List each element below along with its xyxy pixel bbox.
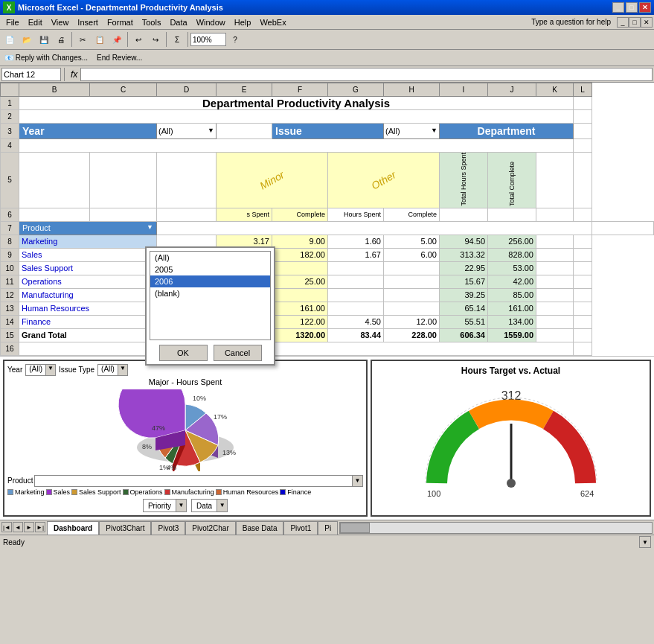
year-dropdown-arrow[interactable]: ▼ — [208, 127, 214, 134]
col-header-g[interactable]: G — [328, 83, 384, 97]
tab-prev-button[interactable]: ◄ — [13, 522, 23, 532]
priority-button[interactable]: Priority ▼ — [143, 499, 187, 512]
dropdown-list[interactable]: (All) 2005 2006 (blank) — [150, 251, 271, 340]
formula-input[interactable] — [80, 68, 653, 81]
sum-button[interactable]: Σ — [169, 31, 185, 48]
legend-hr-label: Human Resources — [223, 488, 279, 496]
row-num-10: 10 — [1, 261, 19, 275]
tab-pivot1[interactable]: Pivot1 — [283, 521, 318, 535]
save-button[interactable]: 💾 — [36, 31, 52, 48]
priority-arrow[interactable]: ▼ — [176, 500, 186, 511]
formula-divider — [64, 68, 65, 81]
help-button[interactable]: ? — [227, 31, 243, 48]
print-button[interactable]: 🖨 — [53, 31, 69, 48]
gauge-chart-panel: Hours Target vs. Actual 312 100 624 — [371, 360, 651, 517]
row-num-12: 12 — [1, 288, 19, 302]
cell-15g: 83.44 — [328, 328, 384, 342]
h-scrollbar[interactable] — [339, 522, 653, 534]
year-filter-cell[interactable]: (All) ▼ — [157, 124, 217, 139]
tab-dashboard[interactable]: Dashboard — [47, 521, 99, 535]
data-arrow[interactable]: ▼ — [217, 500, 227, 511]
cut-button[interactable]: ✂ — [74, 31, 91, 48]
col-header-e[interactable]: E — [217, 83, 272, 97]
legend-operations-label: Operations — [130, 488, 163, 496]
row-num-4: 4 — [1, 139, 19, 153]
name-box[interactable]: Chart 12 — [1, 68, 61, 81]
tab-pivot3chart[interactable]: Pivot3Chart — [99, 521, 151, 535]
undo-button[interactable]: ↩ — [130, 31, 147, 48]
issue-dropdown-arrow[interactable]: ▼ — [431, 127, 437, 134]
chart-issue-arrow[interactable]: ▼ — [118, 365, 127, 375]
tab-pivot3[interactable]: Pivot3 — [151, 521, 185, 535]
menu-webex[interactable]: WebEx — [255, 16, 290, 28]
dropdown-cancel-button[interactable]: Cancel — [214, 345, 262, 361]
gauge-svg: 312 100 624 — [396, 379, 626, 506]
product-dropdown-arrow[interactable]: ▼ — [147, 223, 153, 231]
tab-pivot2char[interactable]: Pivot2Char — [185, 521, 235, 535]
dropdown-ok-button[interactable]: OK — [159, 345, 208, 361]
dd-item-blank[interactable]: (blank) — [150, 287, 270, 299]
menu-window[interactable]: Window — [192, 16, 230, 28]
copy-button[interactable]: 📋 — [92, 31, 108, 48]
product-select-box[interactable]: ▼ — [34, 475, 363, 487]
zoom-box[interactable]: 100% — [190, 33, 226, 46]
legend-operations: Operations — [123, 488, 163, 496]
col-header-k[interactable]: K — [536, 83, 574, 97]
dd-item-2006[interactable]: 2006 — [150, 275, 270, 287]
chart-year-arrow[interactable]: ▼ — [45, 365, 55, 375]
chart-issue-filter[interactable]: (All) ▼ — [97, 364, 128, 376]
cell-8h: 5.00 — [384, 235, 440, 248]
minimize-button[interactable]: _ — [612, 2, 624, 13]
menu-tools[interactable]: Tools — [138, 16, 166, 28]
v-scrollbar-down[interactable]: ▼ — [639, 536, 651, 548]
new-button[interactable]: 📄 — [1, 31, 18, 48]
col-header-h[interactable]: H — [384, 83, 440, 97]
cell-4l — [574, 139, 592, 153]
col-header-l[interactable]: L — [574, 83, 592, 97]
tab-next-button[interactable]: ► — [24, 522, 34, 532]
app-close-button[interactable]: ✕ — [641, 17, 653, 28]
cell-title: Departmental Productivity Analysis — [19, 97, 574, 110]
col-header-c[interactable]: C — [90, 83, 157, 97]
dd-item-2005[interactable]: 2005 — [150, 264, 270, 275]
chart-year-label: Year — [7, 366, 22, 374]
product-filter-cell[interactable]: Product ▼ — [19, 221, 157, 235]
redo-button[interactable]: ↪ — [147, 31, 164, 48]
cell-12f — [272, 288, 328, 302]
chart-year-filter[interactable]: (All) ▼ — [25, 364, 56, 376]
tab-first-button[interactable]: |◄ — [1, 522, 12, 532]
col-header-j[interactable]: J — [488, 83, 536, 97]
col-header-d[interactable]: D — [157, 83, 217, 97]
menu-file[interactable]: File — [1, 16, 24, 28]
priority-label: Priority — [144, 500, 176, 511]
reply-changes-button[interactable]: 📧 Reply with Changes... — [1, 53, 91, 63]
separator-2 — [127, 32, 128, 47]
h-scrollbar-thumb[interactable] — [340, 523, 370, 533]
app-minimize-button[interactable]: _ — [617, 17, 629, 28]
menu-help[interactable]: Help — [230, 16, 256, 28]
menu-edit[interactable]: Edit — [24, 16, 47, 28]
menu-format[interactable]: Format — [103, 16, 138, 28]
data-button[interactable]: Data ▼ — [191, 499, 228, 512]
legend-sales-box — [46, 489, 52, 495]
tab-base-data[interactable]: Base Data — [236, 521, 284, 535]
paste-button[interactable]: 📌 — [109, 31, 125, 48]
tab-pi[interactable]: Pi — [318, 521, 338, 535]
product-select-arrow[interactable]: ▼ — [352, 476, 362, 486]
col-header-b[interactable]: B — [19, 83, 90, 97]
app-restore-button[interactable]: □ — [629, 17, 641, 28]
tab-last-button[interactable]: ►| — [35, 522, 45, 532]
dd-item-all[interactable]: (All) — [150, 252, 270, 264]
col-header-f[interactable]: F — [272, 83, 328, 97]
issue-filter-cell[interactable]: (All) ▼ — [384, 124, 440, 139]
open-button[interactable]: 📂 — [19, 31, 35, 48]
menu-insert[interactable]: Insert — [73, 16, 103, 28]
col-header-i[interactable]: I — [440, 83, 488, 97]
menu-data[interactable]: Data — [165, 16, 191, 28]
cell-8j: 256.00 — [488, 235, 536, 248]
close-button[interactable]: ✕ — [639, 2, 651, 13]
row-num-6: 6 — [1, 208, 19, 221]
menu-view[interactable]: View — [47, 16, 74, 28]
separator-1 — [71, 32, 72, 47]
maximize-button[interactable]: □ — [626, 2, 638, 13]
